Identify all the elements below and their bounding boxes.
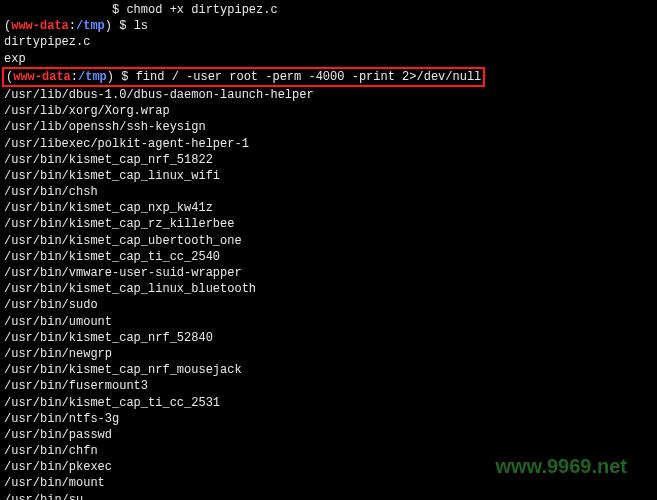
find-result-25: /usr/bin/su: [4, 492, 653, 500]
find-results: /usr/lib/dbus-1.0/dbus-daemon-launch-hel…: [4, 87, 653, 500]
find-result-20: /usr/bin/ntfs-3g: [4, 411, 653, 427]
cmd-find: find / -user root -perm -4000 -print 2>/…: [136, 70, 482, 84]
prompt-sep: :: [69, 19, 76, 33]
find-result-8: /usr/bin/kismet_cap_rz_killerbee: [4, 216, 653, 232]
find-result-14: /usr/bin/umount: [4, 314, 653, 330]
find-result-5: /usr/bin/kismet_cap_linux_wifi: [4, 168, 653, 184]
ls-output-0: dirtypipez.c: [4, 34, 653, 50]
find-result-18: /usr/bin/fusermount3: [4, 378, 653, 394]
find-result-3: /usr/libexec/polkit-agent-helper-1: [4, 136, 653, 152]
find-result-13: /usr/bin/sudo: [4, 297, 653, 313]
find-result-6: /usr/bin/chsh: [4, 184, 653, 200]
find-result-10: /usr/bin/kismet_cap_ti_cc_2540: [4, 249, 653, 265]
prompt-dollar: $: [112, 19, 134, 33]
find-result-22: /usr/bin/chfn: [4, 443, 653, 459]
find-result-9: /usr/bin/kismet_cap_ubertooth_one: [4, 233, 653, 249]
find-result-16: /usr/bin/newgrp: [4, 346, 653, 362]
find-command-highlight: (www-data:/tmp) $ find / -user root -per…: [2, 67, 485, 87]
find-result-0: /usr/lib/dbus-1.0/dbus-daemon-launch-hel…: [4, 87, 653, 103]
prompt-line-find[interactable]: (www-data:/tmp) $ find / -user root -per…: [6, 69, 481, 85]
find-result-21: /usr/bin/passwd: [4, 427, 653, 443]
prompt-path: /tmp: [76, 19, 105, 33]
paren-close: ): [105, 19, 112, 33]
prompt-user: www-data: [11, 19, 69, 33]
find-result-15: /usr/bin/kismet_cap_nrf_52840: [4, 330, 653, 346]
find-result-7: /usr/bin/kismet_cap_nxp_kw41z: [4, 200, 653, 216]
find-result-23: /usr/bin/pkexec: [4, 459, 653, 475]
find-result-19: /usr/bin/kismet_cap_ti_cc_2531: [4, 395, 653, 411]
prompt-line-ls[interactable]: (www-data:/tmp) $ ls: [4, 18, 653, 34]
find-result-24: /usr/bin/mount: [4, 475, 653, 491]
find-result-2: /usr/lib/openssh/ssh-keysign: [4, 119, 653, 135]
find-result-4: /usr/bin/kismet_cap_nrf_51822: [4, 152, 653, 168]
find-result-11: /usr/bin/vmware-user-suid-wrapper: [4, 265, 653, 281]
find-result-1: /usr/lib/xorg/Xorg.wrap: [4, 103, 653, 119]
find-result-12: /usr/bin/kismet_cap_linux_bluetooth: [4, 281, 653, 297]
ls-output-1: exp: [4, 51, 653, 67]
cmd-ls: ls: [134, 19, 148, 33]
find-result-17: /usr/bin/kismet_cap_nrf_mousejack: [4, 362, 653, 378]
partial-line: $ chmod +x dirtypipez.c: [4, 2, 653, 18]
